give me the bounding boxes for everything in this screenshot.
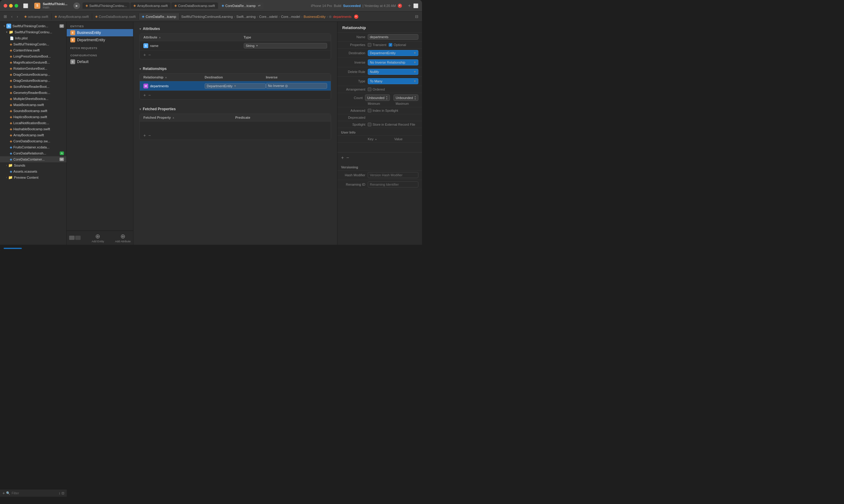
predicate-col-header[interactable]: Predicate <box>235 116 327 119</box>
build-close-button[interactable]: ✕ <box>398 4 402 8</box>
max-stepper[interactable]: ▲ ▼ <box>414 95 416 100</box>
add-fetched-btn[interactable]: + <box>143 133 146 138</box>
breadcrumb-item-3[interactable]: Core...odeId <box>259 15 278 18</box>
run-button[interactable]: ▶ <box>73 2 80 9</box>
table-row[interactable]: M departments DepartmentEntity ▼ No Inve… <box>140 81 331 91</box>
type-select[interactable]: To Many ▼ <box>368 78 418 84</box>
close-button[interactable] <box>4 4 7 7</box>
sidebar-root[interactable]: ▾ S SwiftfulThinkingContin... M <box>0 23 66 29</box>
renaming-id-input[interactable] <box>368 181 418 187</box>
sidebar-item-swiftfulthinking[interactable]: ◈ SwiftfulThinkingContin... <box>0 41 66 47</box>
rel-col-header[interactable]: Relationship ▲ <box>143 75 205 79</box>
inv-col-header[interactable]: Inverse <box>266 75 327 79</box>
entity-business[interactable]: E BusinessEntity <box>67 29 133 36</box>
dest-dropdown[interactable]: DepartmentEntity ▼ <box>205 83 266 89</box>
sidebar-item-drag1[interactable]: ◈ DragGestureBootcamp... <box>0 71 66 77</box>
attributes-toggle[interactable]: ▾ <box>139 27 141 31</box>
outline-btn-2[interactable] <box>75 236 81 240</box>
inverse-select[interactable]: No Inverse Relationship ▼ <box>368 59 418 66</box>
sidebar-item-array[interactable]: ◈ ArrayBootcamp.swift <box>0 132 66 138</box>
tab-coredatabootcamp[interactable]: ◈ CoreDataBootcamp.swift <box>171 2 218 9</box>
file-tab-coredatarelationship[interactable]: ◈ CoreDataRe...tcamp <box>139 13 179 20</box>
sidebar-item-coredatacontainer[interactable]: ◈ CoreDataContainer... M <box>0 156 66 162</box>
file-tab-coredata[interactable]: ◈ CoreDataBootcamp.swift <box>92 13 139 20</box>
fetched-toggle[interactable]: ▾ <box>139 108 141 111</box>
sidebar-item-coredatarelationsh[interactable]: ◈ CoreDataRelationsh... A <box>0 150 66 156</box>
add-attr-btn[interactable]: + <box>143 52 146 57</box>
attr-col-header[interactable]: Attribute ▲ <box>143 35 244 39</box>
remove-rel-btn[interactable]: − <box>148 93 151 97</box>
sidebar-item-longpress[interactable]: ◈ LongPressGestureBoot... <box>0 53 66 59</box>
breadcrumb-item-1[interactable]: SwiftfulThinkingContinuedLearning <box>181 15 233 18</box>
add-entity-btn[interactable]: ⊕ Add Entity <box>83 233 113 243</box>
sidebar-item-mask[interactable]: ◈ MaskBootcamp.swift <box>0 102 66 108</box>
sidebar-item-magnification[interactable]: ◈ MagnificationGestureB... <box>0 59 66 66</box>
index-spotlight-label[interactable]: Index in Spotlight <box>368 109 398 112</box>
sidebar-item-infoplist[interactable]: 📄 Info.plist <box>0 35 66 41</box>
sidebar-group[interactable]: ▾ 📁 SwiftfulThinkingContinu... <box>0 29 66 35</box>
remove-fetched-btn[interactable]: − <box>148 133 151 138</box>
sidebar-item-localnotification[interactable]: ◈ LocalNotificationBootc... <box>0 120 66 126</box>
relationships-toggle[interactable]: ▾ <box>139 67 141 71</box>
min-stepper[interactable]: ▲ ▼ <box>385 95 388 100</box>
sidebar-toggle-icon[interactable]: ⬜ <box>23 3 28 8</box>
sidebar-item-scrollview[interactable]: ◈ ScrollViewReaderBoot... <box>0 84 66 90</box>
optional-checkbox[interactable]: ✓ <box>389 43 392 47</box>
sidebar-item-assets[interactable]: ◈ Assets.xcassets <box>0 168 66 175</box>
dest-col-header[interactable]: Destination <box>205 75 266 79</box>
inv-dropdown[interactable]: No Inverse ◎ <box>266 83 327 89</box>
tab-coredatarelationship[interactable]: ◈ CoreDataRe...tcamp ⇄ <box>219 2 263 9</box>
index-spotlight-checkbox[interactable] <box>368 109 372 112</box>
destination-select[interactable]: DepartmentEntity ▼ <box>368 50 418 56</box>
transient-checkbox[interactable] <box>368 43 372 47</box>
inspector-toggle-icon[interactable]: ⬜ <box>413 3 418 8</box>
hash-modifier-input[interactable] <box>368 172 418 178</box>
sidebar-item-geometry[interactable]: ◈ GeometryReaderBootc... <box>0 90 66 96</box>
breadcrumb-entity[interactable]: BusinessEntity <box>304 15 326 18</box>
breadcrumb-item-4[interactable]: Core...model <box>281 15 300 18</box>
sidebar-item-coredatabootcamp[interactable]: ◈ CoreDataBootcamp.sw... <box>0 138 66 144</box>
type-dropdown[interactable]: String ▼ <box>244 43 327 49</box>
sidebar-item-hashable[interactable]: ◈ HashableBootcamp.swift <box>0 126 66 132</box>
fetched-col-header[interactable]: Fetched Property ▲ <box>143 116 235 119</box>
sidebar-item-rotation[interactable]: ◈ RotationGestureBoot... <box>0 66 66 71</box>
ordered-checkbox[interactable] <box>368 88 372 91</box>
table-row[interactable]: S name String ▼ <box>140 41 331 51</box>
close-badge[interactable]: ✕ <box>354 15 358 19</box>
max-input[interactable]: Unbounded ▲ ▼ <box>394 94 418 101</box>
sidebar-item-sounds-folder[interactable]: › 📁 Sounds <box>0 162 66 168</box>
back-button[interactable]: ‹ <box>10 14 14 19</box>
add-tab-button[interactable]: + <box>408 3 411 8</box>
sidebar-item-drag2[interactable]: ◈ DragGestureBootcamp... <box>0 77 66 84</box>
tab-arraybootcamp[interactable]: ◈ ArrayBootcamp.swift <box>131 2 171 9</box>
remove-attr-btn[interactable]: − <box>148 52 151 57</box>
sidebar-item-fruitscontainer[interactable]: ◈ FruitsContainer.xcdata... <box>0 144 66 150</box>
store-external-label[interactable]: Store in External Record File <box>368 123 415 126</box>
outline-btn-1[interactable] <box>69 236 74 240</box>
file-tab-ootcamp[interactable]: ◈ ootcamp.swift <box>21 13 52 20</box>
sidebar-item-sounds[interactable]: ◈ SoundsBootcamp.swift <box>0 108 66 114</box>
file-tab-array[interactable]: ◈ ArrayBootcamp.swift <box>52 13 92 20</box>
type-col-header[interactable]: Type <box>244 35 327 39</box>
forward-button[interactable]: › <box>15 14 19 19</box>
tab-swiftfulthinki[interactable]: ◈ SwiftfulThinkingContinu... <box>83 2 130 9</box>
sidebar-item-multiplesheets[interactable]: ◈ MultipleSheetsBootca... <box>0 96 66 102</box>
sidebar-item-haptics[interactable]: ◈ HapticsBootcamp.swift <box>0 114 66 120</box>
add-user-info-btn[interactable]: + <box>341 155 344 161</box>
add-rel-btn[interactable]: + <box>143 93 146 97</box>
entity-department[interactable]: E DepartmentEntity <box>67 36 133 43</box>
grid-view-icon[interactable]: ⊞ <box>2 14 8 19</box>
split-view-icon[interactable]: ⊟ <box>414 14 419 19</box>
transient-checkbox-label[interactable]: Transient <box>368 43 386 47</box>
config-default[interactable]: C Default <box>67 58 133 66</box>
sidebar-item-contentview[interactable]: ◈ ContentView.swift <box>0 47 66 53</box>
minimize-button[interactable] <box>9 4 13 7</box>
add-attribute-btn[interactable]: ⊕ Add Attribute <box>115 233 131 243</box>
breadcrumb-departments[interactable]: departments <box>333 15 351 18</box>
breadcrumb-item-2[interactable]: Swift...arning <box>236 15 256 18</box>
sidebar-item-preview-content[interactable]: › 📁 Preview Content <box>0 175 66 181</box>
remove-user-info-btn[interactable]: − <box>346 155 349 161</box>
optional-checkbox-label[interactable]: ✓ Optional <box>389 43 406 47</box>
store-external-checkbox[interactable] <box>368 123 372 126</box>
name-input[interactable] <box>368 34 418 40</box>
